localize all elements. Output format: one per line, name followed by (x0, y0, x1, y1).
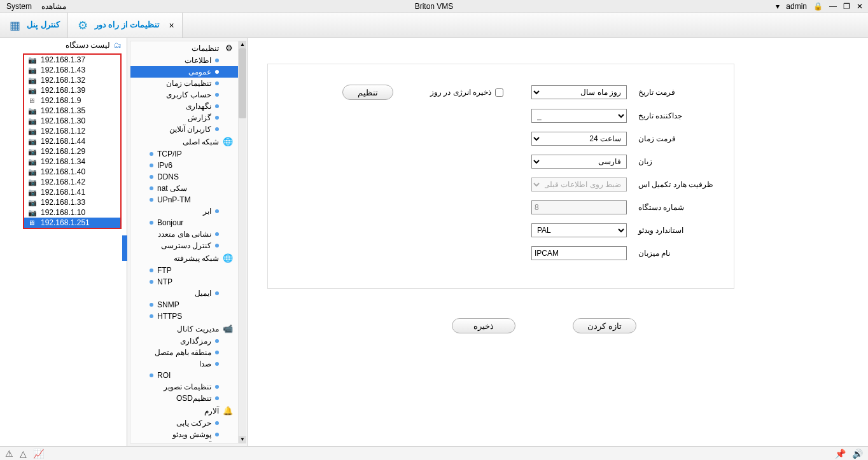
select-language[interactable]: فارسی (531, 155, 627, 169)
tree-group[interactable]: 🌐شبکه پیشرفته (130, 251, 238, 265)
tree-item[interactable]: IPv6 (130, 160, 238, 171)
device-row[interactable]: 📷192.168.1.12 (24, 126, 120, 136)
user-name[interactable]: admin (786, 2, 807, 11)
device-row[interactable]: 📷192.168.1.33 (24, 197, 120, 207)
tree-item[interactable]: ایمیل (130, 288, 238, 299)
tree-item[interactable]: TCP/IP (130, 148, 238, 160)
tree-item[interactable]: نگهداری (130, 101, 238, 112)
tree-item[interactable]: Bonjour (130, 217, 238, 228)
menu-system[interactable]: System (6, 2, 32, 11)
device-row[interactable]: 📷192.168.1.37 (24, 55, 120, 65)
status-alert-icon[interactable]: ⚠ (5, 449, 13, 459)
bullet-icon (150, 373, 153, 377)
tree-item[interactable]: گزارش (130, 112, 238, 123)
camera-icon: 📷 (28, 199, 37, 207)
label-video-std: استاندارد ویدئو (638, 226, 715, 235)
scroll-thumb[interactable] (239, 48, 246, 118)
device-row[interactable]: 📷192.168.1.39 (24, 85, 120, 95)
tree-item[interactable]: اطلاعات (130, 55, 238, 66)
select-video-std[interactable]: PAL (531, 223, 627, 237)
device-row[interactable]: 🖥192.168.1.251 (24, 218, 120, 228)
device-row[interactable]: 📷192.168.1.32 (24, 75, 120, 85)
scroll-down-icon[interactable]: ▼ (239, 436, 246, 443)
tree-group[interactable]: ⚙تنظیمات (130, 41, 238, 55)
save-button[interactable]: ذخیره (452, 318, 515, 333)
tree-item[interactable]: UPnP-TM (130, 194, 238, 206)
tree-item[interactable]: HTTPS (130, 310, 238, 322)
settings-scrollbar[interactable]: ▲ ▼ (239, 41, 246, 443)
volume-icon[interactable]: 🔊 (852, 449, 863, 459)
tree-item[interactable]: صدا (130, 358, 238, 370)
device-row[interactable]: 📷192.168.1.30 (24, 116, 120, 126)
select-time-format[interactable]: ساعت 24 (531, 132, 627, 146)
panel-collapse-handle[interactable] (122, 235, 127, 261)
camera-icon: 📷 (28, 158, 37, 166)
tree-group[interactable]: 📹مدیریت کانال (130, 322, 238, 335)
device-row[interactable]: 📷192.168.1.44 (24, 136, 120, 146)
tree-group[interactable]: 🌐شبکه اصلی (130, 135, 238, 148)
tree-group-label: تنظیمات (192, 44, 219, 53)
pin-icon[interactable]: 📌 (835, 449, 846, 459)
tree-item[interactable]: منطقه باهم متصل (130, 347, 238, 358)
lock-icon[interactable]: 🔒 (813, 2, 823, 11)
bullet-icon (215, 209, 219, 213)
tree-item[interactable]: حساب کاربری (130, 89, 238, 101)
device-row[interactable]: 📷192.168.1.40 (24, 167, 120, 177)
tree-item[interactable]: DDNS (130, 171, 238, 183)
maximize-icon[interactable]: ❐ (843, 2, 850, 11)
tree-group[interactable]: 🔔آلارم (130, 404, 238, 417)
tab-close-icon[interactable]: × (169, 20, 174, 31)
tree-item[interactable]: نشانی های متعدد (130, 228, 238, 240)
device-tree-header[interactable]: 🗂 لیست دستگاه (0, 38, 127, 52)
camera-icon: 📷 (28, 117, 37, 125)
device-row[interactable]: 📷192.168.1.29 (24, 146, 120, 157)
device-row[interactable]: 📷192.168.1.10 (24, 207, 120, 218)
status-warning-icon[interactable]: △ (20, 449, 27, 459)
input-host-name[interactable] (531, 246, 627, 260)
tree-item[interactable]: تنظیمات زمان (130, 78, 238, 89)
tree-item[interactable]: کاربران آنلاین (130, 123, 238, 135)
refresh-button[interactable]: تازه کردن (573, 318, 636, 333)
tree-item[interactable]: NTP (130, 276, 238, 288)
scroll-up-icon[interactable]: ▲ (239, 41, 246, 48)
tree-item[interactable]: nat سکی (130, 183, 238, 194)
set-button[interactable]: تنظیم (342, 85, 393, 100)
settings-tree-panel: ⚙تنظیماتاطلاعاتعمومیتنظیمات زمانحساب کار… (127, 38, 248, 446)
tree-item[interactable]: تنظیمOSD (130, 393, 238, 404)
minimize-icon[interactable]: — (829, 2, 837, 11)
device-row[interactable]: 📷192.168.1.42 (24, 177, 120, 187)
device-row[interactable]: 📷192.168.1.41 (24, 187, 120, 197)
device-row[interactable]: 🖥192.168.1.9 (24, 95, 120, 106)
select-date-sep[interactable]: _ (531, 109, 627, 123)
tree-group-label: آلارم (204, 407, 219, 415)
tree-item[interactable]: پوشش ویدئو (130, 429, 238, 440)
checkbox-dst[interactable] (495, 88, 503, 97)
tree-item[interactable]: FTP (130, 265, 238, 276)
tree-item[interactable]: ROI (130, 370, 238, 381)
tree-item[interactable]: عمومی (130, 66, 238, 78)
menu-view[interactable]: مشاهده (41, 2, 66, 11)
tree-item[interactable]: تنظیمات تصویر (130, 381, 238, 393)
tree-item[interactable]: SNMP (130, 299, 238, 310)
bullet-icon (215, 232, 219, 236)
tree-item[interactable]: کنترل دسترسی (130, 240, 238, 251)
status-chart-icon[interactable]: 📈 (33, 449, 44, 459)
label-time-format: فرمت زمان (638, 134, 715, 143)
select-date-format[interactable]: روز ماه سال (531, 85, 627, 99)
device-row[interactable]: 📷192.168.1.43 (24, 65, 120, 75)
label-dst: ذخیره انرژی در روز (430, 88, 491, 97)
group-icon: 📹 (223, 324, 233, 333)
bullet-icon (215, 244, 219, 247)
user-dropdown-icon[interactable]: ▾ (776, 2, 780, 11)
tab-control-panel[interactable]: ▦ کنترل پنل (0, 13, 68, 38)
tab-remote-settings[interactable]: ⚙ تنظیمات از راه دور × (68, 13, 183, 38)
close-icon[interactable]: ✕ (857, 2, 863, 11)
device-row[interactable]: 📷192.168.1.35 (24, 106, 120, 116)
device-row[interactable]: 📷192.168.1.34 (24, 157, 120, 167)
tree-item[interactable]: آلارم ورودی (130, 440, 238, 443)
tree-item[interactable]: رمزگذاری (130, 335, 238, 347)
device-ip: 192.168.1.43 (41, 66, 85, 74)
tree-item[interactable]: حرکت یابی (130, 417, 238, 429)
tree-item-label: IPv6 (157, 161, 172, 170)
tree-item[interactable]: ابر (130, 206, 238, 217)
